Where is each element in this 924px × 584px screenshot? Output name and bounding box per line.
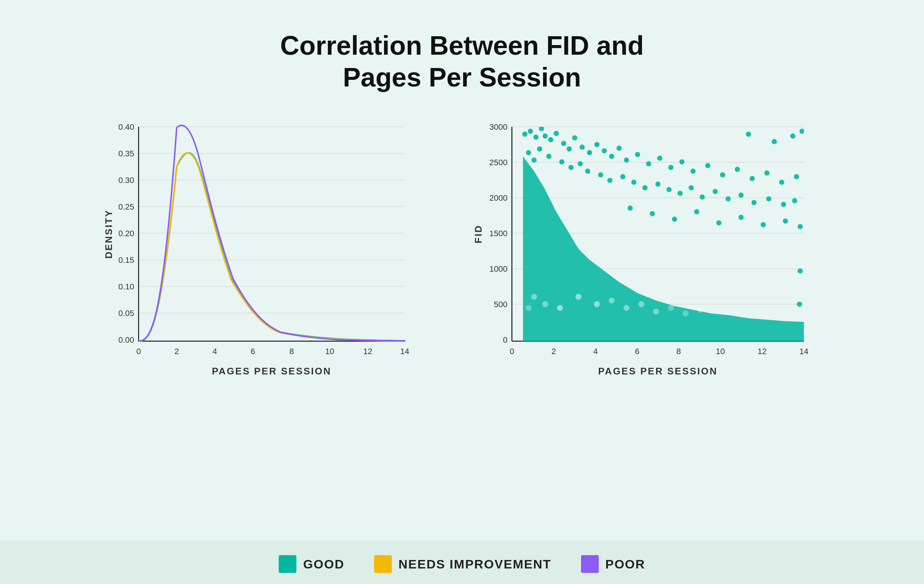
svg-point-93 bbox=[568, 165, 574, 170]
svg-point-57 bbox=[522, 132, 527, 137]
svg-point-127 bbox=[557, 305, 563, 311]
legend-color-good bbox=[279, 555, 296, 573]
svg-point-91 bbox=[546, 154, 551, 159]
svg-text:12: 12 bbox=[363, 347, 372, 356]
svg-text:2: 2 bbox=[175, 347, 179, 356]
svg-point-85 bbox=[779, 180, 784, 185]
svg-point-114 bbox=[650, 211, 655, 216]
svg-text:0.35: 0.35 bbox=[118, 149, 134, 158]
svg-text:PAGES PER SESSION: PAGES PER SESSION bbox=[598, 366, 718, 377]
svg-text:8: 8 bbox=[676, 347, 681, 356]
svg-text:0.25: 0.25 bbox=[118, 202, 134, 211]
svg-text:1000: 1000 bbox=[489, 264, 507, 274]
svg-text:PAGES PER SESSION: PAGES PER SESSION bbox=[212, 366, 332, 377]
svg-text:0.20: 0.20 bbox=[118, 229, 134, 238]
legend-item-good: GOOD bbox=[279, 555, 345, 573]
svg-point-130 bbox=[609, 297, 615, 304]
svg-point-74 bbox=[635, 152, 640, 157]
svg-text:0: 0 bbox=[503, 335, 507, 345]
svg-point-133 bbox=[653, 308, 659, 315]
svg-point-115 bbox=[672, 216, 677, 222]
density-svg: 0.00 0.05 0.10 0.15 0.20 0.25 0.30 0.35 … bbox=[102, 116, 434, 404]
svg-text:500: 500 bbox=[494, 300, 507, 309]
svg-point-67 bbox=[579, 145, 585, 150]
svg-point-81 bbox=[720, 172, 725, 177]
svg-point-83 bbox=[749, 176, 755, 181]
svg-point-79 bbox=[690, 168, 696, 174]
svg-point-99 bbox=[631, 180, 637, 185]
svg-point-70 bbox=[602, 148, 607, 153]
svg-point-76 bbox=[657, 156, 662, 161]
svg-point-58 bbox=[528, 129, 533, 134]
svg-text:2: 2 bbox=[551, 347, 556, 356]
svg-text:14: 14 bbox=[400, 347, 409, 356]
svg-point-120 bbox=[783, 218, 788, 224]
svg-text:2000: 2000 bbox=[489, 193, 507, 203]
svg-point-59 bbox=[533, 135, 538, 140]
svg-point-109 bbox=[751, 200, 757, 205]
svg-text:0.30: 0.30 bbox=[118, 176, 134, 185]
svg-point-128 bbox=[576, 294, 581, 300]
svg-point-96 bbox=[598, 172, 603, 177]
legend-item-needs-improvement: NEEDS IMPROVEMENT bbox=[374, 555, 551, 573]
svg-point-139 bbox=[526, 305, 531, 311]
svg-text:14: 14 bbox=[799, 347, 808, 356]
svg-text:6: 6 bbox=[635, 347, 639, 356]
title: Correlation Between FID and Pages Per Se… bbox=[280, 30, 644, 94]
svg-text:0.00: 0.00 bbox=[118, 335, 134, 345]
svg-point-95 bbox=[585, 168, 590, 174]
svg-point-61 bbox=[543, 134, 548, 139]
svg-point-105 bbox=[700, 195, 705, 200]
svg-point-124 bbox=[790, 134, 795, 139]
svg-text:8: 8 bbox=[289, 347, 294, 356]
svg-point-100 bbox=[642, 185, 648, 190]
svg-point-78 bbox=[679, 159, 685, 165]
svg-point-110 bbox=[766, 196, 771, 201]
svg-point-108 bbox=[738, 193, 744, 198]
svg-point-117 bbox=[716, 220, 721, 226]
svg-point-112 bbox=[792, 198, 797, 203]
svg-text:6: 6 bbox=[251, 347, 255, 356]
legend-label-good: GOOD bbox=[303, 557, 345, 571]
svg-text:0.10: 0.10 bbox=[118, 282, 134, 291]
svg-point-87 bbox=[799, 129, 805, 134]
svg-point-66 bbox=[572, 135, 578, 140]
svg-point-118 bbox=[738, 215, 744, 220]
svg-point-137 bbox=[542, 301, 548, 307]
svg-point-104 bbox=[688, 185, 694, 190]
svg-point-62 bbox=[548, 137, 553, 142]
legend-label-needs-improvement: NEEDS IMPROVEMENT bbox=[398, 557, 551, 571]
svg-point-75 bbox=[646, 161, 651, 166]
svg-text:0: 0 bbox=[510, 347, 514, 356]
svg-point-73 bbox=[624, 157, 629, 163]
svg-point-80 bbox=[705, 163, 710, 168]
svg-point-64 bbox=[561, 141, 566, 146]
svg-point-72 bbox=[617, 146, 622, 151]
svg-point-60 bbox=[539, 126, 544, 131]
svg-text:DENSITY: DENSITY bbox=[103, 209, 114, 259]
svg-point-63 bbox=[554, 131, 559, 136]
legend: GOOD NEEDS IMPROVEMENT POOR bbox=[0, 540, 924, 584]
legend-label-poor: POOR bbox=[606, 557, 645, 571]
scatter-svg: 0 500 1000 1500 2000 2500 3000 0 2 4 6 8… bbox=[471, 116, 822, 404]
svg-point-86 bbox=[794, 174, 799, 179]
svg-point-82 bbox=[735, 167, 740, 172]
svg-point-77 bbox=[668, 165, 673, 170]
svg-point-138 bbox=[531, 294, 537, 300]
svg-point-65 bbox=[567, 146, 572, 152]
svg-point-101 bbox=[655, 181, 660, 186]
svg-point-136 bbox=[698, 307, 703, 313]
svg-text:3000: 3000 bbox=[489, 122, 507, 132]
svg-point-122 bbox=[746, 132, 751, 137]
svg-point-97 bbox=[607, 178, 612, 183]
density-chart: 0.00 0.05 0.10 0.15 0.20 0.25 0.30 0.35 … bbox=[102, 116, 434, 404]
svg-point-129 bbox=[594, 301, 600, 307]
svg-point-125 bbox=[798, 268, 803, 274]
svg-point-123 bbox=[772, 139, 777, 144]
svg-point-132 bbox=[638, 301, 644, 307]
svg-point-107 bbox=[726, 196, 731, 201]
legend-color-needs-improvement bbox=[374, 555, 392, 573]
svg-point-71 bbox=[609, 154, 614, 159]
svg-point-106 bbox=[713, 189, 718, 194]
svg-point-69 bbox=[594, 142, 599, 147]
